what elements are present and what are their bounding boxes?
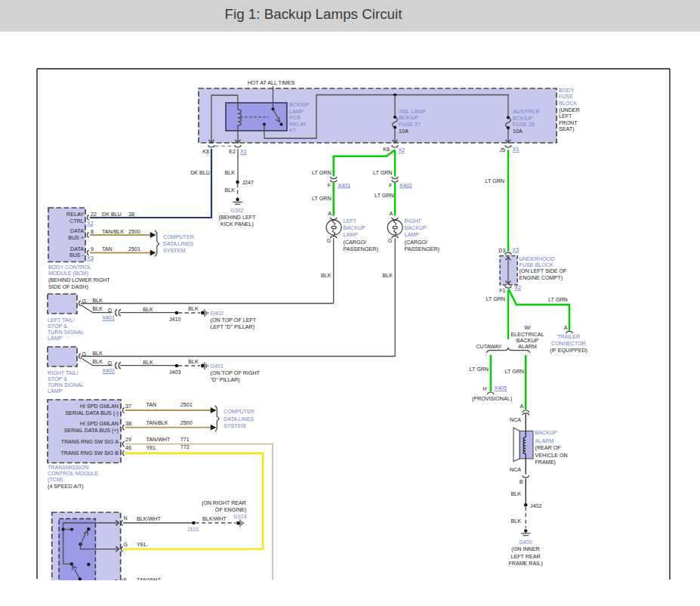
svg-text:J5: J5	[499, 147, 505, 153]
svg-text:F: F	[328, 183, 331, 189]
svg-text:X2: X2	[87, 221, 94, 227]
svg-text:BCK/UP: BCK/UP	[513, 116, 533, 122]
svg-text:ENGINE COMPT): ENGINE COMPT)	[520, 275, 563, 281]
svg-text:38: 38	[128, 212, 134, 218]
svg-text:SERIAL DATA BUS (-): SERIAL DATA BUS (-)	[66, 410, 119, 416]
svg-text:BUS -: BUS -	[69, 252, 85, 258]
svg-text:RIGHT TAIL/: RIGHT TAIL/	[48, 370, 78, 376]
svg-text:LAMP: LAMP	[344, 232, 359, 238]
svg-text:F: F	[389, 183, 393, 189]
svg-text:FUSE 27: FUSE 27	[399, 122, 421, 128]
svg-text:VEHICLE ON: VEHICLE ON	[535, 453, 568, 459]
svg-text:A: A	[390, 211, 393, 217]
svg-text:HI SPD GMLAN: HI SPD GMLAN	[80, 403, 119, 410]
svg-text:E: E	[124, 577, 128, 583]
svg-text:2501: 2501	[180, 402, 193, 408]
svg-text:29: 29	[125, 437, 131, 443]
svg-text:A: A	[520, 403, 524, 410]
svg-text:FUSE: FUSE	[559, 94, 573, 100]
svg-text:UNDERHOOD: UNDERHOOD	[520, 256, 555, 262]
svg-text:BCK/UP: BCK/UP	[399, 115, 419, 121]
svg-text:G: G	[326, 238, 331, 244]
svg-text:TAN/WHT: TAN/WHT	[146, 437, 171, 443]
svg-text:LEFT REAR: LEFT REAR	[510, 554, 540, 560]
svg-text:X402: X402	[102, 368, 115, 374]
svg-text:K8: K8	[383, 147, 390, 153]
svg-text:(CARGO/: (CARGO/	[405, 240, 428, 246]
svg-text:SERIAL DATA BUS (+): SERIAL DATA BUS (+)	[64, 428, 119, 434]
svg-text:(ON LEFT SIDE OF: (ON LEFT SIDE OF	[520, 268, 568, 274]
svg-text:CTRL: CTRL	[69, 218, 84, 224]
svg-text:X1: X1	[240, 149, 247, 155]
svg-text:LEFT: LEFT	[559, 113, 572, 119]
svg-text:DATA: DATA	[70, 246, 84, 252]
svg-text:(PROVISIONAL): (PROVISIONAL)	[472, 396, 512, 402]
svg-text:LT GRN: LT GRN	[548, 297, 568, 303]
svg-text:BLK: BLK	[143, 307, 153, 313]
svg-text:LEFT "D" PILLAR): LEFT "D" PILLAR)	[211, 324, 255, 330]
svg-text:BLK: BLK	[511, 491, 522, 497]
svg-text:TURN SIGNAL: TURN SIGNAL	[48, 329, 84, 335]
svg-text:X405: X405	[494, 385, 507, 391]
svg-text:BLOCK: BLOCK	[559, 100, 577, 107]
svg-text:(CARGO/: (CARGO/	[344, 240, 367, 246]
svg-text:BCK/UP: BCK/UP	[289, 102, 310, 108]
svg-text:FUSE BLOCK: FUSE BLOCK	[520, 262, 554, 268]
svg-text:LT GRN: LT GRN	[373, 170, 393, 176]
svg-text:J402: J402	[530, 503, 542, 509]
svg-text:X1: X1	[513, 147, 520, 153]
svg-text:LT GRN: LT GRN	[312, 196, 331, 202]
svg-text:BUS +: BUS +	[68, 235, 84, 241]
svg-text:E2: E2	[229, 149, 236, 155]
svg-text:G400: G400	[519, 540, 532, 546]
svg-text:BLK: BLK	[93, 306, 103, 312]
svg-text:TRANSMISSION: TRANSMISSION	[48, 465, 88, 471]
svg-text:37: 37	[125, 403, 131, 410]
svg-text:LEFT: LEFT	[344, 218, 357, 224]
svg-text:BLK: BLK	[511, 518, 522, 524]
svg-text:A: A	[328, 211, 331, 217]
svg-text:N: N	[124, 515, 128, 521]
svg-text:NCA: NCA	[510, 467, 521, 473]
svg-text:X2: X2	[514, 285, 521, 291]
svg-text:X3: X3	[87, 255, 94, 261]
svg-text:TRANS RNG SW SIG B: TRANS RNG SW SIG B	[60, 450, 119, 456]
svg-text:(4 SPEED A/T): (4 SPEED A/T)	[48, 484, 84, 490]
svg-text:Fig 1: Backup Lamps Circuit: Fig 1: Backup Lamps Circuit	[225, 6, 403, 22]
svg-text:LT GRN: LT GRN	[485, 178, 504, 184]
svg-text:D3: D3	[498, 248, 505, 254]
svg-text:CONNECTOR: CONNECTOR	[551, 341, 586, 347]
svg-text:KICK PANEL): KICK PANEL)	[220, 221, 254, 227]
svg-text:BLK/WHT: BLK/WHT	[137, 516, 161, 522]
svg-text:46: 46	[125, 445, 131, 451]
svg-text:LT GRN: LT GRN	[504, 369, 524, 375]
svg-text:(TCM): (TCM)	[48, 477, 63, 483]
svg-text:X402: X402	[399, 183, 412, 189]
svg-text:LEFT TAIL/: LEFT TAIL/	[48, 317, 75, 323]
svg-text:LAMP: LAMP	[405, 232, 420, 238]
svg-text:MODULE (BCM): MODULE (BCM)	[48, 271, 88, 277]
svg-text:RIGHT: RIGHT	[405, 218, 422, 224]
svg-text:LT GRN: LT GRN	[375, 193, 394, 199]
svg-text:SEAT): SEAT)	[559, 126, 575, 132]
svg-text:RELAY: RELAY	[289, 122, 307, 128]
svg-text:CUTAWAY: CUTAWAY	[476, 344, 501, 350]
svg-text:TRANS RNG SW SIG A: TRANS RNG SW SIG A	[61, 439, 119, 445]
svg-text:X3: X3	[512, 247, 519, 253]
svg-text:FUSE 26: FUSE 26	[513, 122, 535, 128]
svg-text:DATA LINES: DATA LINES	[163, 241, 193, 247]
svg-text:TAN/WHT: TAN/WHT	[137, 577, 162, 583]
svg-text:J403: J403	[169, 369, 181, 376]
svg-text:K8: K8	[202, 149, 209, 155]
svg-text:YEL: YEL	[137, 542, 147, 548]
svg-text:D: D	[108, 308, 112, 314]
svg-text:BLK: BLK	[93, 359, 103, 365]
svg-text:DATA LINES: DATA LINES	[224, 416, 254, 422]
svg-text:BLK: BLK	[383, 273, 393, 279]
svg-text:BLK: BLK	[188, 306, 199, 312]
svg-text:(REAR OF: (REAR OF	[535, 445, 562, 451]
svg-text:(ON RIGHT REAR: (ON RIGHT REAR	[202, 500, 246, 506]
svg-text:OF ENGINE): OF ENGINE)	[215, 507, 247, 513]
svg-text:HOT AT ALL TIMES: HOT AT ALL TIMES	[248, 80, 295, 86]
svg-text:K7: K7	[289, 128, 296, 134]
